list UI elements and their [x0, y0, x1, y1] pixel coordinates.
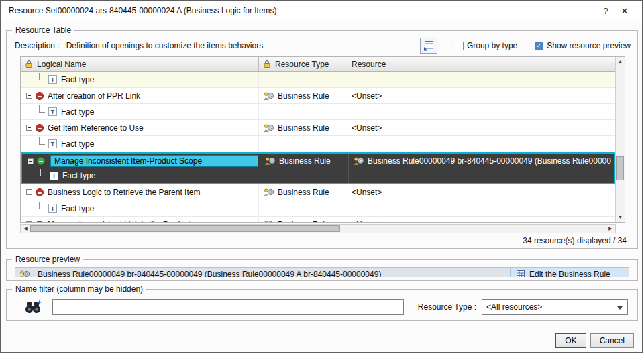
table-row[interactable]: T Fact type — [21, 200, 615, 217]
row-resource: <Unset> — [352, 220, 382, 223]
group-by-type-option[interactable]: Group by type — [455, 41, 517, 50]
vertical-scrollbar[interactable]: ▲ ▼ — [615, 57, 625, 222]
name-filter-group: Name filter (column may be hidden) Resou… — [6, 289, 638, 321]
cancel-button[interactable]: Cancel — [590, 333, 634, 348]
resource-preview-group: Resource preview Business Rule00000049 b… — [6, 259, 638, 281]
business-rule-icon — [19, 270, 30, 277]
show-resource-preview-label: Show resource preview — [547, 41, 631, 50]
table-header-row: Logical Name Resource Type Resource — [21, 57, 615, 72]
export-table-button[interactable] — [420, 38, 437, 54]
scroll-up-icon[interactable]: ▲ — [616, 57, 625, 66]
table-body: Logical Name Resource Type Resource T — [21, 57, 615, 222]
table-row[interactable]: After creation of PPR Link Business Rule… — [21, 88, 615, 104]
column-header-resource-type[interactable]: Resource Type — [259, 57, 347, 71]
export-table-icon — [423, 40, 434, 51]
dialog-footer: OK Cancel — [555, 333, 634, 348]
row-logical-name: Fact type — [61, 75, 94, 84]
resource-type-filter-label: Resource Type : — [418, 302, 476, 312]
fact-type-icon: T — [48, 139, 57, 148]
lock-icon — [25, 60, 33, 68]
tree-branch-icon — [40, 169, 46, 176]
row-resource-type: Business Rule — [278, 220, 329, 223]
row-resource: <Unset> — [352, 123, 382, 133]
scroll-down-icon[interactable]: ▼ — [616, 213, 625, 222]
help-button[interactable]: ? — [596, 6, 615, 16]
scroll-right-icon[interactable]: ▶ — [606, 225, 615, 233]
row-resource-type: Business Rule — [279, 156, 331, 166]
edit-business-rule-button[interactable]: Edit the Business Rule — [510, 268, 625, 277]
table-row-selected[interactable]: Manage Inconsistent Item-Product Scope B… — [22, 154, 614, 168]
description-text: Definition of openings to customize the … — [66, 41, 264, 50]
row-resource: <Unset> — [352, 91, 382, 101]
row-logical-name: Fact type — [61, 204, 94, 213]
column-header-logical-name[interactable]: Logical Name — [21, 57, 259, 71]
table-row-selected[interactable]: T Fact type — [22, 168, 614, 183]
group-by-type-label: Group by type — [467, 41, 517, 50]
row-resource-type: Business Rule — [278, 188, 329, 197]
rule-status-icon — [36, 221, 44, 223]
table-row[interactable]: Business Logic to Retrieve the Parent It… — [21, 184, 615, 200]
row-logical-name: Get Item Reference to Use — [48, 123, 144, 133]
collapse-toggle-icon[interactable] — [26, 125, 32, 131]
collapse-toggle-icon[interactable] — [28, 158, 34, 164]
fact-type-icon: T — [48, 204, 57, 213]
resource-preview-group-label: Resource preview — [12, 255, 83, 264]
grid-icon — [516, 270, 525, 277]
rule-status-icon — [36, 188, 44, 196]
row-resource: Business Rule00000049 br-840445-00000049… — [368, 156, 611, 166]
column-header-label: Resource — [352, 60, 386, 69]
ok-button[interactable]: OK — [555, 333, 586, 348]
edit-business-rule-label: Edit the Business Rule — [529, 270, 610, 277]
row-resource-type: Business Rule — [278, 91, 329, 101]
table-row[interactable]: Get Item Reference to Use Business Rule … — [21, 120, 615, 136]
binoculars-icon — [24, 300, 42, 314]
row-resource-type: Business Rule — [278, 123, 329, 133]
resource-type-dropdown-value: <All resources> — [486, 302, 542, 312]
business-rule-icon — [263, 188, 274, 197]
row-logical-name: Fact type — [62, 171, 95, 180]
row-logical-name: Business Logic to Retrieve the Parent It… — [48, 188, 200, 197]
selected-row-block: Manage Inconsistent Item-Product Scope B… — [21, 152, 615, 184]
resource-table: Logical Name Resource Type Resource T — [20, 56, 625, 223]
preview-item-text: Business Rule00000049 br-840445-00000049… — [38, 270, 381, 277]
table-row[interactable]: Manage Inconsistent Link in the Product … — [21, 217, 615, 222]
dialog-title: Resource Set00000024 ars-840445-00000024… — [9, 6, 277, 15]
show-resource-preview-option[interactable]: Show resource preview — [535, 41, 631, 50]
resource-type-dropdown[interactable]: <All resources> — [482, 299, 628, 315]
scroll-left-icon[interactable]: ◀ — [21, 225, 30, 233]
table-row[interactable]: T Fact type — [21, 104, 615, 120]
name-filter-row: Resource Type : <All resources> — [15, 298, 629, 316]
group-by-type-checkbox[interactable] — [455, 42, 464, 50]
collapse-toggle-icon[interactable] — [26, 189, 32, 195]
name-filter-input[interactable] — [52, 299, 404, 315]
tree-branch-icon — [39, 105, 45, 113]
business-rule-icon — [353, 156, 364, 166]
business-rule-icon — [263, 123, 274, 133]
show-resource-preview-checkbox[interactable] — [535, 42, 543, 50]
row-logical-name: After creation of PPR Link — [48, 91, 140, 101]
resource-count-status: 34 resource(s) displayed / 34 — [523, 236, 627, 245]
table-row[interactable]: T Fact type — [21, 72, 615, 88]
description-label: Description : — [15, 41, 60, 50]
collapse-toggle-icon[interactable] — [26, 93, 32, 99]
horizontal-scrollbar-thumb[interactable] — [30, 225, 340, 232]
close-button[interactable]: ✕ — [615, 6, 634, 16]
business-rule-icon — [263, 91, 274, 101]
collapse-toggle-icon[interactable] — [26, 221, 32, 222]
row-logical-name: Fact type — [61, 139, 94, 149]
chevron-down-icon — [617, 306, 623, 310]
column-header-label: Logical Name — [37, 60, 86, 69]
rule-status-icon — [37, 157, 45, 165]
table-row[interactable]: T Fact type — [21, 136, 615, 152]
row-logical-name-editing[interactable]: Manage Inconsistent Item-Product Scope — [50, 155, 258, 167]
fact-type-icon: T — [48, 75, 57, 84]
resource-preview-item[interactable]: Business Rule00000049 br-840445-00000049… — [15, 267, 629, 277]
resource-preview-clip: Business Rule00000049 br-840445-00000049… — [15, 267, 629, 277]
rule-status-icon — [36, 92, 44, 100]
column-header-resource[interactable]: Resource — [347, 57, 615, 71]
partial-row-clip: Manage Inconsistent Link in the Product … — [21, 217, 615, 222]
vertical-scrollbar-thumb[interactable] — [616, 156, 624, 180]
resource-set-dialog: Resource Set00000024 ars-840445-00000024… — [0, 0, 643, 353]
horizontal-scrollbar[interactable]: ◀ ▶ — [20, 224, 616, 233]
row-logical-name: Fact type — [61, 107, 94, 117]
